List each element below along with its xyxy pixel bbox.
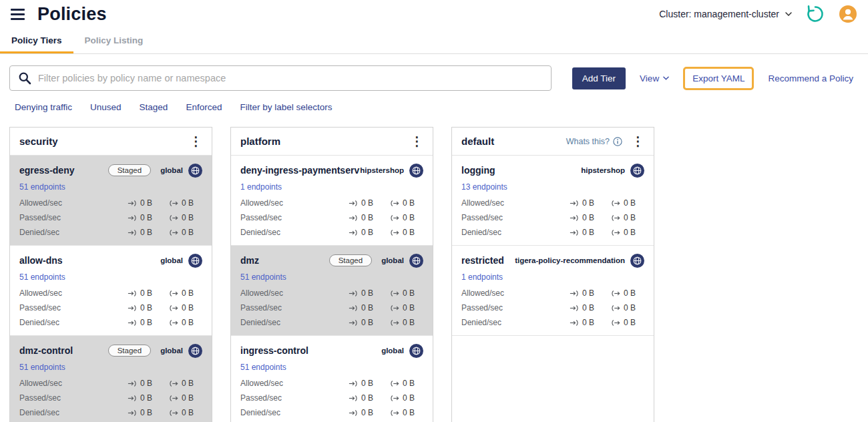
endpoints-link[interactable]: 13 endpoints — [461, 182, 507, 192]
tier-menu-button[interactable]: ⋮ — [411, 135, 423, 148]
policy-card-header: egress-denyStagedglobal — [19, 163, 202, 178]
tier-header: defaultWhats this?⋮ — [452, 128, 654, 156]
metric-ingress-value: 0 B — [349, 379, 387, 388]
metric-egress-value: 0 B — [611, 228, 644, 237]
policy-scope-label: global — [160, 166, 183, 174]
policy-scope-label: global — [381, 347, 404, 355]
metric-row: Denied/sec0 B0 B — [19, 228, 202, 237]
recommend-policy-button[interactable]: Recommend a Policy — [768, 73, 853, 83]
tab-bar: Policy Tiers Policy Listing — [0, 28, 868, 54]
ingress-icon — [349, 200, 358, 207]
policy-name: dmz-control — [19, 345, 103, 356]
namespace-icon — [630, 164, 644, 178]
metric-label: Passed/sec — [240, 303, 349, 312]
tier-default: defaultWhats this?⋮logginghipstershop13 … — [451, 127, 654, 422]
filter-label-selectors[interactable]: Filter by label selectors — [240, 102, 332, 112]
metric-egress-value: 0 B — [169, 379, 202, 388]
metric-row: Denied/sec0 B0 B — [461, 228, 644, 237]
endpoints-link[interactable]: 1 endpoints — [240, 182, 282, 192]
policy-card[interactable]: egress-denyStagedglobal51 endpointsAllow… — [10, 156, 212, 246]
metric-row: Allowed/sec0 B0 B — [19, 288, 202, 298]
egress-icon — [390, 290, 399, 297]
metric-label: Allowed/sec — [240, 288, 349, 298]
metric-egress-value: 0 B — [390, 198, 423, 208]
tier-security: security⋮egress-denyStagedglobal51 endpo… — [9, 127, 212, 422]
filter-staged[interactable]: Staged — [140, 102, 168, 112]
policy-card[interactable]: deny-ingress-paymentservi...hipstershop1… — [231, 156, 433, 246]
egress-icon — [169, 304, 178, 312]
filter-unused[interactable]: Unused — [90, 102, 122, 112]
tab-policy-listing[interactable]: Policy Listing — [73, 28, 155, 53]
metric-label: Passed/sec — [19, 393, 128, 403]
metric-row: Denied/sec0 B0 B — [461, 318, 644, 327]
metric-ingress-value: 0 B — [128, 393, 166, 403]
menu-icon[interactable] — [11, 9, 27, 20]
tier-menu-button[interactable]: ⋮ — [190, 135, 202, 148]
policy-card[interactable]: restrictedtigera-policy-recommendation1 … — [452, 246, 654, 336]
tier-menu-button[interactable]: ⋮ — [632, 135, 644, 148]
add-tier-button[interactable]: Add Tier — [572, 67, 626, 89]
toolbar-actions: Add Tier View Export YAML Recommend a Po… — [572, 67, 853, 90]
policy-name: deny-ingress-paymentservi... — [240, 165, 360, 176]
endpoints-link[interactable]: 51 endpoints — [240, 363, 286, 372]
metric-row: Passed/sec0 B0 B — [461, 213, 644, 222]
metric-ingress-value: 0 B — [128, 318, 166, 327]
export-yaml-button[interactable]: Export YAML — [683, 67, 754, 90]
history-icon[interactable] — [805, 4, 825, 24]
metric-label: Denied/sec — [461, 228, 570, 237]
metric-row: Allowed/sec0 B0 B — [461, 288, 644, 298]
user-avatar[interactable] — [839, 5, 857, 23]
metric-ingress-value: 0 B — [349, 228, 387, 237]
tier-name: default — [461, 136, 566, 147]
top-bar-right: Cluster: management-cluster — [659, 4, 857, 24]
endpoints-link[interactable]: 51 endpoints — [19, 272, 65, 282]
metric-egress-value: 0 B — [169, 198, 202, 208]
policy-card[interactable]: dmzStagedglobal51 endpointsAllowed/sec0 … — [231, 246, 433, 336]
globe-icon — [188, 254, 202, 268]
metric-egress-value: 0 B — [390, 228, 423, 237]
endpoints-link[interactable]: 51 endpoints — [19, 363, 65, 372]
search-input[interactable] — [38, 73, 543, 83]
endpoints-link[interactable]: 51 endpoints — [240, 272, 286, 282]
policy-card[interactable]: logginghipstershop13 endpointsAllowed/se… — [452, 156, 654, 246]
metric-row: Passed/sec0 B0 B — [19, 393, 202, 403]
endpoints-link[interactable]: 51 endpoints — [19, 182, 65, 192]
endpoints-link[interactable]: 1 endpoints — [461, 272, 503, 282]
globe-icon — [188, 344, 202, 358]
policy-card[interactable]: dmz-controlStagedglobal51 endpointsAllow… — [10, 336, 212, 422]
cluster-selector[interactable]: Cluster: management-cluster — [659, 9, 792, 19]
ingress-icon — [349, 290, 358, 297]
whats-this-link[interactable]: Whats this? — [566, 137, 622, 146]
ingress-icon — [128, 395, 137, 402]
metric-row: Denied/sec0 B0 B — [19, 408, 202, 417]
policy-card[interactable]: ingress-controlglobal51 endpointsAllowed… — [231, 336, 433, 422]
policy-card-header: dmz-controlStagedglobal — [19, 343, 202, 358]
policy-card-header: deny-ingress-paymentservi...hipstershop — [240, 163, 423, 178]
policy-card[interactable]: allow-dnsglobal51 endpointsAllowed/sec0 … — [10, 246, 212, 336]
metric-ingress-value: 0 B — [570, 213, 608, 222]
policy-board: security⋮egress-denyStagedglobal51 endpo… — [0, 112, 868, 422]
namespace-icon — [630, 254, 644, 268]
ingress-icon — [128, 319, 137, 327]
policy-name: logging — [461, 165, 581, 176]
egress-icon — [169, 409, 178, 417]
ingress-icon — [128, 200, 137, 207]
tier-platform: platform⋮deny-ingress-paymentservi...hip… — [230, 127, 433, 422]
filter-enforced[interactable]: Enforced — [186, 102, 222, 112]
metric-label: Denied/sec — [240, 228, 349, 237]
view-dropdown[interactable]: View — [640, 73, 669, 83]
tier-header: security⋮ — [10, 128, 212, 156]
metric-egress-value: 0 B — [169, 393, 202, 403]
filter-denying-traffic[interactable]: Denying traffic — [15, 102, 72, 112]
globe-icon — [188, 164, 202, 178]
tab-policy-tiers[interactable]: Policy Tiers — [0, 28, 73, 53]
metric-label: Allowed/sec — [461, 288, 570, 298]
egress-icon — [169, 380, 178, 387]
page-title: Policies — [37, 4, 107, 25]
metric-row: Passed/sec0 B0 B — [19, 303, 202, 312]
ingress-icon — [349, 319, 358, 327]
policy-name: ingress-control — [240, 345, 381, 356]
metric-egress-value: 0 B — [169, 408, 202, 417]
metric-label: Allowed/sec — [461, 198, 570, 208]
metric-ingress-value: 0 B — [349, 393, 387, 403]
